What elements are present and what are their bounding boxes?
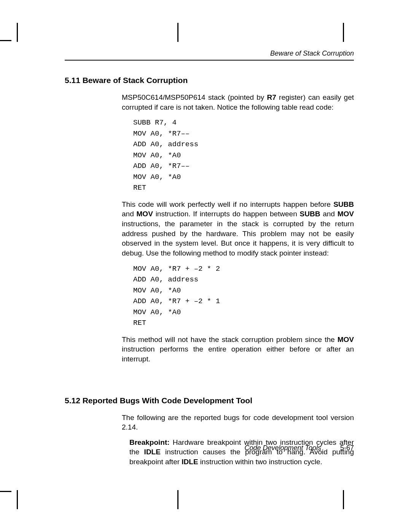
text: and [122,210,137,218]
running-head-rule [65,60,354,61]
mnemonic-bold: IDLE [182,458,198,466]
crop-mark [343,23,344,42]
page: Beware of Stack Corruption 5.11 Beware o… [0,0,411,532]
bug-breakpoint: Breakpoint: Hardware breakpoint within t… [129,438,354,467]
text: and [320,210,337,218]
section1-para2: This code will work perfectly well if no… [122,200,354,258]
mnemonic-bold: SUBB [300,210,320,218]
crop-mark [17,23,18,42]
mnemonic-bold: MOV [338,210,354,218]
content-area: Beware of Stack Corruption 5.11 Beware o… [65,50,354,460]
footer-title: Code Development Tools [245,444,321,452]
mnemonic-bold: MOV [338,335,354,343]
text: This code will work perfectly well if no… [122,200,333,208]
code-block-2: MOV A0, *R7 + –2 * 2 ADD A0, address MOV… [133,264,354,329]
section2-para1: The following are the reported bugs for … [122,413,354,432]
text: instruction within two instruction cycle… [198,458,322,466]
section-heading-5-11: 5.11 Beware of Stack Corruption [65,76,354,85]
register-bold: R7 [267,93,276,101]
section1-para3: This method will not have the stack corr… [122,335,354,364]
section-gap [65,369,354,396]
code-block-1: SUBB R7, 4 MOV A0, *R7–– ADD A0, address… [133,117,354,193]
crop-mark [177,490,178,509]
crop-mark [0,40,11,41]
crop-mark [0,491,11,492]
text: instruction. If interrupts do happen bet… [153,210,300,218]
section-5-12-body: The following are the reported bugs for … [122,413,354,467]
section1-para1: MSP50C614/MSP50P614 stack (pointed by R7… [122,93,354,112]
bug-item: Breakpoint: Hardware breakpoint within t… [129,438,354,467]
crop-mark [177,23,178,42]
text: MSP50C614/MSP50P614 stack (pointed by [122,93,267,101]
mnemonic-bold: SUBB [333,200,354,208]
running-head: Beware of Stack Corruption [65,50,354,58]
page-footer: Code Development Tools 5-67 [65,444,354,452]
section-heading-5-12: 5.12 Reported Bugs With Code Development… [65,396,354,405]
crop-mark [343,490,344,509]
text: This method will not have the stack corr… [122,335,338,343]
crop-mark [17,490,18,509]
section-5-11-body: MSP50C614/MSP50P614 stack (pointed by R7… [122,93,354,364]
mnemonic-bold: MOV [137,210,153,218]
footer-page-number: 5-67 [340,444,354,452]
text: instruction performs the entire operatio… [122,345,354,363]
text: instructions, the parameter in the stack… [122,220,354,257]
